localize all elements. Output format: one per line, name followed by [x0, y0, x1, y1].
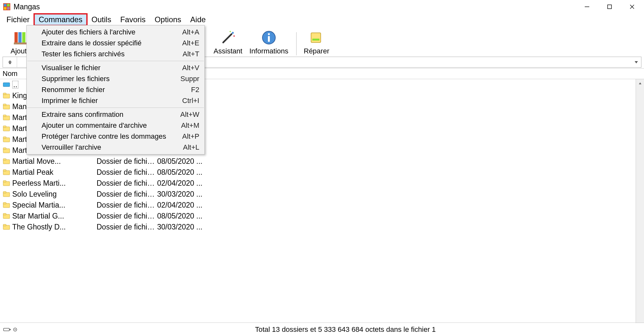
toolbar-assistant[interactable]: Assistant: [211, 26, 245, 55]
folder-icon: [3, 212, 10, 220]
svg-point-18: [268, 33, 270, 35]
dropdown-item[interactable]: Protéger l'archive contre les dommagesAl…: [27, 131, 204, 142]
file-type: Dossier de fichie...: [94, 201, 155, 210]
dropdown-item-shortcut: Alt+W: [180, 110, 199, 119]
svg-rect-44: [3, 202, 6, 204]
scroll-up-icon[interactable]: [636, 79, 644, 88]
close-button[interactable]: [621, 0, 643, 14]
dropdown-item-label: Supprimer les fichiers: [42, 75, 180, 83]
dropdown-item-shortcut: Alt+V: [182, 64, 199, 72]
up-button[interactable]: [3, 57, 17, 67]
dropdown-item-shortcut: Alt+P: [182, 132, 199, 141]
status-bar: Total 13 dossiers et 5 333 643 684 octet…: [0, 322, 644, 336]
file-type: Dossier de fichie...: [94, 168, 155, 177]
folder-icon: [3, 92, 10, 99]
svg-rect-42: [3, 191, 6, 193]
dropdown-item[interactable]: Ajouter un commentaire d'archiveAlt+M: [27, 120, 204, 131]
dropdown-item-label: Ajouter des fichiers à l'archive: [42, 28, 182, 36]
maximize-button[interactable]: [598, 0, 621, 14]
file-row[interactable]: Star Martial G...Dossier de fichie...08/…: [0, 210, 636, 221]
dropdown-item-shortcut: Alt+L: [183, 143, 199, 152]
dropdown-item-shortcut: Ctrl+I: [182, 97, 199, 105]
menu-options[interactable]: Options: [150, 14, 186, 25]
folder-icon: [3, 125, 10, 132]
file-name: Peerless Marti...: [12, 179, 94, 188]
dropdown-item-shortcut: Alt+E: [182, 39, 199, 47]
dropdown-item-shortcut: Alt+T: [183, 50, 199, 58]
info-icon: [261, 30, 277, 46]
dropdown-item-label: Verrouiller l'archive: [42, 143, 183, 152]
folder-icon: [3, 179, 10, 187]
dropdown-item-label: Imprimer le fichier: [42, 97, 182, 105]
menu-aide[interactable]: Aide: [186, 14, 210, 25]
file-type: Dossier de fichie...: [94, 179, 155, 188]
repair-icon: [308, 30, 325, 46]
dropdown-item[interactable]: Supprimer les fichiersSuppr: [27, 73, 204, 84]
dropdown-item[interactable]: Visualiser le fichierAlt+V: [27, 62, 204, 73]
file-row[interactable]: Martial PeakDossier de fichie...08/05/20…: [0, 167, 636, 178]
toolbar-separator: [296, 32, 297, 55]
folder-icon: [3, 201, 10, 209]
svg-rect-32: [3, 137, 6, 138]
file-row[interactable]: Solo LevelingDossier de fichie...30/03/2…: [0, 189, 636, 200]
file-date: 30/03/2020 ...: [155, 223, 207, 231]
menu-commandes[interactable]: Commandes: [34, 14, 87, 25]
menu-fichier[interactable]: Fichier: [2, 14, 34, 25]
svg-rect-1: [4, 4, 6, 6]
svg-rect-12: [14, 42, 27, 44]
toolbar-reparer-label: Réparer: [304, 47, 329, 55]
window-title: Mangas: [14, 3, 40, 11]
svg-rect-26: [3, 104, 6, 106]
svg-rect-3: [4, 7, 6, 10]
svg-rect-11: [22, 32, 25, 43]
file-row[interactable]: The Ghostly D...Dossier de fichie...30/0…: [0, 221, 636, 232]
minimize-button[interactable]: [576, 0, 598, 14]
dropdown-item-label: Extraire sans confirmation: [42, 110, 180, 119]
menu-outils[interactable]: Outils: [87, 14, 116, 25]
address-dropdown-button[interactable]: [631, 60, 641, 64]
folder-icon: [3, 146, 10, 154]
dropdown-item[interactable]: Tester les fichiers archivésAlt+T: [27, 49, 204, 60]
svg-rect-21: [312, 39, 319, 41]
menu-favoris[interactable]: Favoris: [116, 14, 150, 25]
vertical-scrollbar[interactable]: [636, 79, 644, 323]
folder-icon: [3, 135, 10, 143]
svg-rect-10: [18, 32, 22, 43]
folder-icon: [3, 168, 10, 176]
file-date: 02/04/2020 ...: [155, 179, 207, 188]
dropdown-item[interactable]: Imprimer le fichierCtrl+I: [27, 95, 204, 106]
dropdown-item[interactable]: Extraire sans confirmationAlt+W: [27, 109, 204, 120]
app-icon: [3, 3, 11, 11]
svg-rect-38: [3, 170, 6, 171]
menubar: Fichier Commandes Outils Favoris Options…: [0, 14, 644, 26]
svg-line-13: [223, 34, 232, 42]
svg-rect-50: [10, 329, 11, 330]
file-name: Special Martia...: [12, 201, 94, 210]
dropdown-item-label: Tester les fichiers archivés: [42, 50, 183, 58]
toolbar-assistant-label: Assistant: [213, 47, 242, 55]
dropdown-item[interactable]: Extraire dans le dossier spécifiéAlt+E: [27, 38, 204, 49]
file-row[interactable]: Martial Move...Dossier de fichie...08/05…: [0, 156, 636, 167]
file-row[interactable]: Special Martia...Dossier de fichie...02/…: [0, 200, 636, 210]
toolbar-reparer[interactable]: Réparer: [300, 26, 333, 55]
file-row[interactable]: Peerless Marti...Dossier de fichie...02/…: [0, 178, 636, 189]
file-type: Dossier de fichie...: [94, 190, 155, 199]
folder-icon: [3, 114, 10, 121]
svg-rect-22: [3, 83, 10, 87]
svg-rect-2: [7, 4, 10, 6]
toolbar-informations[interactable]: Informations: [245, 26, 293, 55]
file-date: 02/04/2020 ...: [155, 201, 207, 210]
dropdown-item-label: Renommer le fichier: [42, 86, 191, 94]
svg-rect-9: [14, 32, 18, 43]
svg-point-14: [232, 32, 234, 34]
svg-rect-4: [7, 7, 10, 10]
dropdown-item-label: Extraire dans le dossier spécifié: [42, 39, 182, 47]
file-name: The Ghostly D...: [12, 223, 94, 231]
dropdown-item[interactable]: Renommer le fichierF2: [27, 84, 204, 95]
folder-icon: [3, 157, 10, 165]
svg-point-16: [230, 31, 231, 32]
dropdown-item[interactable]: Verrouiller l'archiveAlt+L: [27, 142, 204, 153]
dropdown-item[interactable]: Ajouter des fichiers à l'archiveAlt+A: [27, 27, 204, 38]
file-type: Dossier de fichie...: [94, 157, 155, 166]
wand-icon: [220, 30, 236, 46]
